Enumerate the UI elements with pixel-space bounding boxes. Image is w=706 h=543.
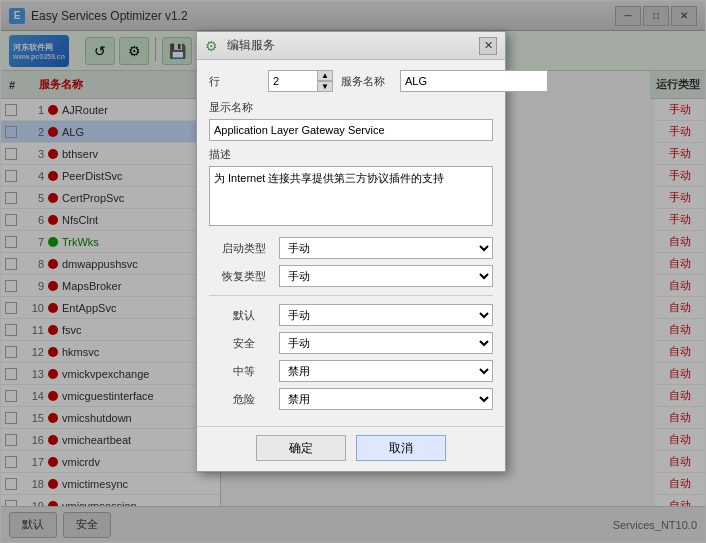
edit-dialog: ⚙ 编辑服务 ✕ 行 ▲ ▼ bbox=[196, 31, 506, 472]
service-name-input[interactable] bbox=[400, 70, 548, 92]
modal-overlay: ⚙ 编辑服务 ✕ 行 ▲ ▼ bbox=[1, 1, 705, 542]
dialog-footer: 确定 取消 bbox=[197, 426, 505, 471]
dialog-divider bbox=[209, 295, 493, 296]
startup-type-row: 启动类型 自动 手动 禁用 bbox=[209, 237, 493, 259]
row-spin-up[interactable]: ▲ bbox=[317, 70, 333, 81]
display-name-section: 显示名称 bbox=[209, 100, 493, 141]
danger-select[interactable]: 自动 手动 禁用 bbox=[279, 388, 493, 410]
ok-button[interactable]: 确定 bbox=[256, 435, 346, 461]
description-textarea[interactable]: 为 Internet 连接共享提供第三方协议插件的支持 bbox=[209, 166, 493, 226]
row-input-group: ▲ ▼ bbox=[268, 70, 333, 92]
security-row: 安全 自动 手动 禁用 bbox=[209, 332, 493, 354]
row-section: 行 ▲ ▼ bbox=[209, 70, 333, 92]
security-select[interactable]: 自动 手动 禁用 bbox=[279, 332, 493, 354]
medium-row: 中等 自动 手动 禁用 bbox=[209, 360, 493, 382]
recovery-type-row: 恢复类型 自动 手动 禁用 bbox=[209, 265, 493, 287]
main-window: E Easy Services Optimizer v1.2 ─ □ ✕ 河东软… bbox=[0, 0, 706, 543]
service-name-section: 服务名称 bbox=[341, 70, 548, 92]
recovery-type-label: 恢复类型 bbox=[209, 269, 279, 284]
row-spin-down[interactable]: ▼ bbox=[317, 81, 333, 92]
security-label: 安全 bbox=[209, 336, 279, 351]
row-spinner: ▲ ▼ bbox=[317, 70, 333, 92]
row-input[interactable] bbox=[268, 70, 318, 92]
danger-row: 危险 自动 手动 禁用 bbox=[209, 388, 493, 410]
description-section: 描述 为 Internet 连接共享提供第三方协议插件的支持 bbox=[209, 147, 493, 229]
dialog-close-button[interactable]: ✕ bbox=[479, 37, 497, 55]
description-label: 描述 bbox=[209, 147, 493, 162]
dialog-icon: ⚙ bbox=[205, 38, 221, 54]
recovery-type-select[interactable]: 自动 手动 禁用 bbox=[279, 265, 493, 287]
row-and-name-section: 行 ▲ ▼ 服务名称 bbox=[209, 70, 493, 92]
danger-label: 危险 bbox=[209, 392, 279, 407]
startup-type-select[interactable]: 自动 手动 禁用 bbox=[279, 237, 493, 259]
default-select[interactable]: 自动 手动 禁用 bbox=[279, 304, 493, 326]
dialog-body: 行 ▲ ▼ 服务名称 bbox=[197, 60, 505, 426]
display-name-label: 显示名称 bbox=[209, 100, 493, 115]
default-row: 默认 自动 手动 禁用 bbox=[209, 304, 493, 326]
dialog-title-text: 编辑服务 bbox=[227, 37, 479, 54]
display-name-input[interactable] bbox=[209, 119, 493, 141]
medium-label: 中等 bbox=[209, 364, 279, 379]
service-name-label: 服务名称 bbox=[341, 74, 396, 89]
default-label: 默认 bbox=[209, 308, 279, 323]
dialog-title-bar: ⚙ 编辑服务 ✕ bbox=[197, 32, 505, 60]
medium-select[interactable]: 自动 手动 禁用 bbox=[279, 360, 493, 382]
row-label: 行 bbox=[209, 74, 264, 89]
startup-type-label: 启动类型 bbox=[209, 241, 279, 256]
cancel-button[interactable]: 取消 bbox=[356, 435, 446, 461]
